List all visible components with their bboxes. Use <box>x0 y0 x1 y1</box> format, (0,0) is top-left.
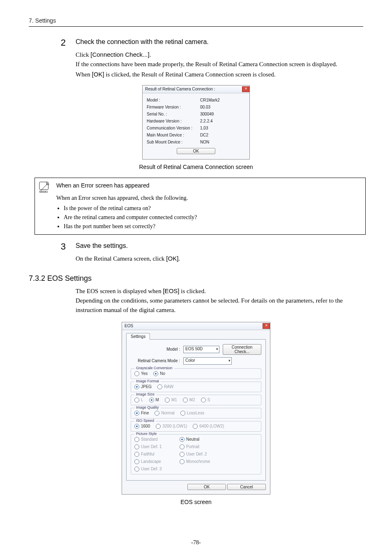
group-title: Grayscale Conversion <box>134 366 174 370</box>
memo-box: MEMO When an Error screen has appeared W… <box>35 178 366 235</box>
value: 00.03 <box>200 105 210 109</box>
step-heading: Save the settings. <box>76 242 363 250</box>
text: . <box>150 51 151 58</box>
text: Yes <box>141 371 148 376</box>
label: Model : <box>147 98 200 102</box>
label-mode: Retinal Camera Mode : <box>131 358 183 363</box>
value: 300049 <box>200 112 214 116</box>
radio-gray-no[interactable]: No <box>153 371 165 376</box>
svg-text:MEMO: MEMO <box>39 190 48 193</box>
radio-ps-ud2[interactable]: User Def. 2 <box>180 452 217 457</box>
ui-ref-eos: [EOS] <box>163 287 179 294</box>
radio-iso-3200[interactable]: 3200 (LOW1) <box>156 424 187 429</box>
label-model: Model : <box>131 347 183 352</box>
dialog-title: EOS <box>125 324 133 328</box>
text: . <box>178 255 180 262</box>
group-format: Image Format JPEG RAW <box>131 382 261 392</box>
window-close-icon[interactable]: ✕ <box>241 86 249 92</box>
group-picture-style: Picture Style Standard Neutral User Def.… <box>131 434 261 474</box>
figure-caption: EOS screen <box>29 499 363 505</box>
radio-iso-1600[interactable]: 1600 <box>134 424 150 429</box>
text: is clicked. <box>179 288 206 294</box>
text: LossLess <box>187 411 204 415</box>
text: If the connections have been made proper… <box>76 61 337 67</box>
text: Standard <box>141 437 158 442</box>
group-title: Image Format <box>134 379 161 383</box>
radio-ps-ud1[interactable]: User Def. 1 <box>134 444 171 449</box>
radio-ps-monochrome[interactable]: Monochrome <box>180 459 217 464</box>
text: Portrait <box>186 444 199 449</box>
text: Landscape <box>141 459 161 464</box>
label: Main Mount Device : <box>147 133 200 137</box>
memo-icon: MEMO <box>38 181 52 194</box>
radio-size-m[interactable]: M <box>149 398 159 402</box>
dialog-result-connection: Result of Retinal Camera Connection : ✕ … <box>142 85 250 160</box>
text: Depending on the conditions, some parame… <box>76 297 343 313</box>
radio-size-s[interactable]: S <box>201 398 210 402</box>
running-head: 7. Settings <box>29 17 363 24</box>
text: When <box>76 71 92 78</box>
text: S <box>208 398 210 402</box>
text: When an Error screen has appeared, check… <box>56 195 188 201</box>
radio-ps-ud3[interactable]: User Def. 3 <box>134 467 171 472</box>
ui-ref-connection-check: [Connection Check...] <box>90 51 149 58</box>
step-number: 3 <box>29 242 76 264</box>
step-body-text: Click [Connection Check...]. If the conn… <box>76 50 363 79</box>
radio-gray-yes[interactable]: Yes <box>134 371 148 376</box>
dialog-title: Result of Retinal Camera Connection : <box>145 87 215 91</box>
value: DC2 <box>200 133 208 137</box>
group-title: Image Size <box>134 392 156 396</box>
radio-ps-standard[interactable]: Standard <box>134 437 171 442</box>
mode-select[interactable]: Color <box>183 357 232 365</box>
ok-button[interactable]: OK <box>187 484 226 490</box>
text: No <box>160 371 165 376</box>
text: RAW <box>164 384 173 389</box>
radio-fmt-raw[interactable]: RAW <box>157 384 173 389</box>
header-rule <box>29 26 363 27</box>
radio-ps-faithful[interactable]: Faithful <box>134 452 171 457</box>
tab-settings[interactable]: Settings <box>126 333 150 340</box>
text: Monochrome <box>186 459 210 464</box>
label: Communication Version : <box>147 126 200 130</box>
value: 1.03 <box>200 126 208 130</box>
radio-iso-6400[interactable]: 6400 (LOW2) <box>193 424 224 429</box>
text: L <box>141 398 143 402</box>
list-item: Has the port number been set correctly? <box>64 222 361 231</box>
cancel-button[interactable]: Cancel <box>227 484 266 490</box>
text: M1 <box>171 398 177 402</box>
text: Faithful <box>141 452 154 456</box>
text: M <box>156 398 159 402</box>
step-3: 3 Save the settings. On the Retinal Came… <box>29 242 363 264</box>
radio-q-fine[interactable]: Fine <box>134 411 149 416</box>
radio-size-l[interactable]: L <box>134 398 143 402</box>
step-body-text: On the Retinal Camera screen, click [OK]… <box>76 254 363 264</box>
radio-ps-landscape[interactable]: Landscape <box>134 459 171 464</box>
text: Neutral <box>186 437 199 442</box>
subsection-heading: 7.3.2 EOS Settings <box>29 274 363 283</box>
radio-q-normal[interactable]: Normal <box>154 411 174 416</box>
radio-size-m1[interactable]: M1 <box>165 398 177 402</box>
ok-button[interactable]: OK <box>177 148 215 154</box>
text: 1600 <box>141 424 150 428</box>
text: 3200 (LOW1) <box>162 424 187 428</box>
step-number: 2 <box>29 38 76 79</box>
figure-caption: Result of Retinal Camera Connection scre… <box>29 164 363 170</box>
memo-heading: When an Error screen has appeared <box>56 181 361 189</box>
text: User Def. 2 <box>186 452 207 456</box>
radio-fmt-jpeg[interactable]: JPEG <box>134 384 152 389</box>
radio-size-m2[interactable]: M2 <box>183 398 195 402</box>
radio-ps-portrait[interactable]: Portrait <box>180 444 217 449</box>
step-2: 2 Check the connection with the retinal … <box>29 38 363 79</box>
label: Sub Mount Device : <box>147 140 200 144</box>
model-select[interactable]: EOS 50D <box>183 346 219 353</box>
text: Connection <box>232 345 253 349</box>
group-size: Image Size L M M1 M2 S <box>131 395 261 405</box>
text: Click <box>76 51 90 58</box>
window-close-icon[interactable]: ✕ <box>262 323 270 329</box>
group-iso: ISO Speed 1600 3200 (LOW1) 6400 (LOW2) <box>131 421 261 432</box>
value: NON <box>200 140 209 144</box>
radio-ps-neutral[interactable]: Neutral <box>180 437 217 442</box>
radio-q-lossless[interactable]: LossLess <box>180 411 204 416</box>
text: The EOS screen is displayed when <box>76 288 163 294</box>
connection-check-button[interactable]: Connection Check... <box>223 344 261 355</box>
